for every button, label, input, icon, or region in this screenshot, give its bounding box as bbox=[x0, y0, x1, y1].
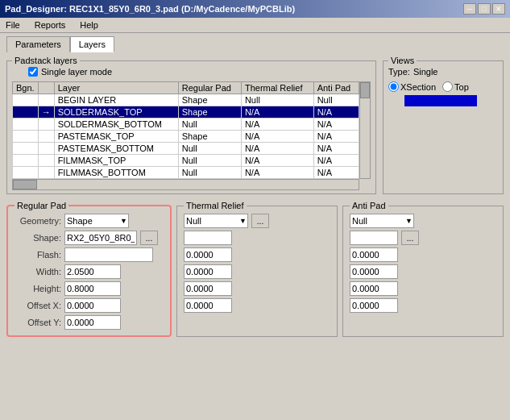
anti-field2 bbox=[350, 247, 496, 262]
cell-layer: PASTEMASK_TOP bbox=[54, 131, 178, 143]
shape-input[interactable] bbox=[64, 231, 137, 245]
cell-regular: Shape bbox=[178, 131, 241, 143]
col-thermal: Thermal Relief bbox=[241, 82, 313, 94]
cell-bgn bbox=[13, 155, 39, 167]
tabs-row: Parameters Layers bbox=[0, 33, 510, 52]
table-row[interactable]: PASTEMASK_BOTTOM Null N/A N/A bbox=[13, 143, 359, 155]
cell-bgn bbox=[13, 131, 39, 143]
offsety-input[interactable] bbox=[64, 315, 121, 330]
shape-dots-button[interactable]: ... bbox=[140, 231, 158, 245]
table-row[interactable]: FILMMASK_TOP Null N/A N/A bbox=[13, 155, 359, 167]
table-row[interactable]: PASTEMASK_TOP Shape N/A N/A bbox=[13, 131, 359, 143]
width-input[interactable] bbox=[64, 264, 121, 279]
anti-field5 bbox=[350, 298, 496, 313]
scrollbar-h[interactable] bbox=[12, 179, 359, 190]
tab-parameters[interactable]: Parameters bbox=[6, 36, 70, 52]
geometry-label: Geometry: bbox=[15, 216, 61, 226]
cell-arrow bbox=[38, 167, 54, 179]
anti-input-2[interactable] bbox=[350, 247, 398, 262]
title-bar-buttons: ─ □ ✕ bbox=[463, 3, 505, 15]
regular-pad-panel: Regular Pad Geometry: Shape ▼ Shape: ...… bbox=[6, 201, 172, 337]
anti-input-3[interactable] bbox=[350, 264, 398, 279]
anti-dots-button[interactable]: ... bbox=[401, 231, 419, 245]
maximize-button[interactable]: □ bbox=[478, 3, 491, 15]
cell-arrow bbox=[38, 143, 54, 155]
width-row: Width: bbox=[15, 264, 164, 279]
thermal-geometry-select[interactable]: Null bbox=[184, 214, 248, 228]
cell-thermal: N/A bbox=[241, 167, 313, 179]
cell-layer: BEGIN LAYER bbox=[54, 94, 178, 106]
anti-geometry-select[interactable]: Null bbox=[350, 214, 414, 228]
thermal-input-4[interactable] bbox=[184, 281, 232, 296]
thermal-select-wrapper: Null ▼ bbox=[184, 214, 248, 228]
xsection-label: XSection bbox=[400, 82, 436, 92]
table-row[interactable]: FILMMASK_BOTTOM Null N/A N/A bbox=[13, 167, 359, 179]
padstack-group-title: Padstack layers bbox=[12, 56, 80, 65]
tab-layers[interactable]: Layers bbox=[70, 36, 114, 52]
menu-reports[interactable]: Reports bbox=[32, 19, 68, 31]
views-radio-group: XSection Top bbox=[388, 81, 498, 92]
flash-label: Flash: bbox=[15, 250, 61, 260]
menu-bar: File Reports Help bbox=[0, 18, 510, 33]
cell-regular: Null bbox=[178, 143, 241, 155]
regular-pad-title: Regular Pad bbox=[15, 201, 68, 210]
cell-thermal: Null bbox=[241, 94, 313, 106]
scrollbar-h-thumb[interactable] bbox=[13, 180, 37, 189]
cell-thermal: N/A bbox=[241, 131, 313, 143]
thermal-dots-button[interactable]: ... bbox=[251, 214, 269, 228]
table-row[interactable]: BEGIN LAYER Shape Null Null bbox=[13, 94, 359, 106]
menu-file[interactable]: File bbox=[3, 19, 23, 31]
single-layer-label: Single layer mode bbox=[41, 67, 112, 77]
views-type-row: Type: Single bbox=[388, 67, 498, 77]
top-radio[interactable] bbox=[442, 81, 453, 92]
xsection-radio[interactable] bbox=[388, 81, 399, 92]
anti-select-wrapper: Null ▼ bbox=[350, 214, 414, 228]
cell-thermal: N/A bbox=[241, 143, 313, 155]
menu-help[interactable]: Help bbox=[77, 19, 101, 31]
col-layer: Layer bbox=[54, 82, 178, 94]
geometry-select[interactable]: Shape bbox=[64, 214, 129, 228]
cell-bgn bbox=[13, 119, 39, 131]
anti-input-4[interactable] bbox=[350, 281, 398, 296]
close-button[interactable]: ✕ bbox=[492, 3, 505, 15]
thermal-geometry-row: Null ▼ ... bbox=[184, 214, 330, 228]
cell-regular: Null bbox=[178, 119, 241, 131]
top-label: Top bbox=[454, 82, 469, 92]
cell-anti: N/A bbox=[313, 155, 359, 167]
anti-input-1[interactable] bbox=[350, 231, 398, 245]
offsetx-input[interactable] bbox=[64, 298, 121, 313]
cell-regular: Shape bbox=[178, 94, 241, 106]
anti-pad-title: Anti Pad bbox=[350, 201, 388, 210]
anti-pad-panel: Anti Pad Null ▼ ... bbox=[342, 201, 504, 337]
offsety-row: Offset Y: bbox=[15, 315, 164, 330]
scrollbar-v-thumb[interactable] bbox=[360, 82, 370, 98]
flash-input[interactable] bbox=[64, 247, 153, 262]
table-row[interactable]: → SOLDERMASK_TOP Shape N/A N/A bbox=[13, 106, 359, 119]
thermal-input-1[interactable] bbox=[184, 231, 232, 245]
views-type-label: Type: bbox=[388, 67, 410, 77]
layer-table: Bgn. Layer Regular Pad Thermal Relief An… bbox=[12, 81, 359, 179]
cell-regular: Shape bbox=[178, 106, 241, 119]
geometry-select-wrapper: Shape ▼ bbox=[64, 214, 129, 228]
views-title: Views bbox=[388, 56, 417, 65]
xsection-radio-label: XSection bbox=[388, 81, 436, 92]
cell-bgn bbox=[13, 94, 39, 106]
views-type-value: Single bbox=[413, 67, 438, 77]
width-label: Width: bbox=[15, 267, 61, 277]
thermal-relief-panel: Thermal Relief Null ▼ ... bbox=[176, 201, 338, 337]
offsety-label: Offset Y: bbox=[15, 318, 61, 327]
height-input[interactable] bbox=[64, 281, 121, 296]
anti-input-5[interactable] bbox=[350, 298, 398, 313]
cell-anti: N/A bbox=[313, 119, 359, 131]
offsetx-row: Offset X: bbox=[15, 298, 164, 313]
scrollbar-v[interactable] bbox=[359, 81, 371, 179]
thermal-input-2[interactable] bbox=[184, 247, 232, 262]
col-anti: Anti Pad bbox=[313, 82, 359, 94]
table-row[interactable]: SOLDERMASK_BOTTOM Null N/A N/A bbox=[13, 119, 359, 131]
cell-regular: Null bbox=[178, 167, 241, 179]
minimize-button[interactable]: ─ bbox=[463, 3, 476, 15]
thermal-input-5[interactable] bbox=[184, 298, 232, 313]
thermal-input-3[interactable] bbox=[184, 264, 232, 279]
single-layer-checkbox[interactable] bbox=[28, 67, 38, 77]
col-regular: Regular Pad bbox=[178, 82, 241, 94]
